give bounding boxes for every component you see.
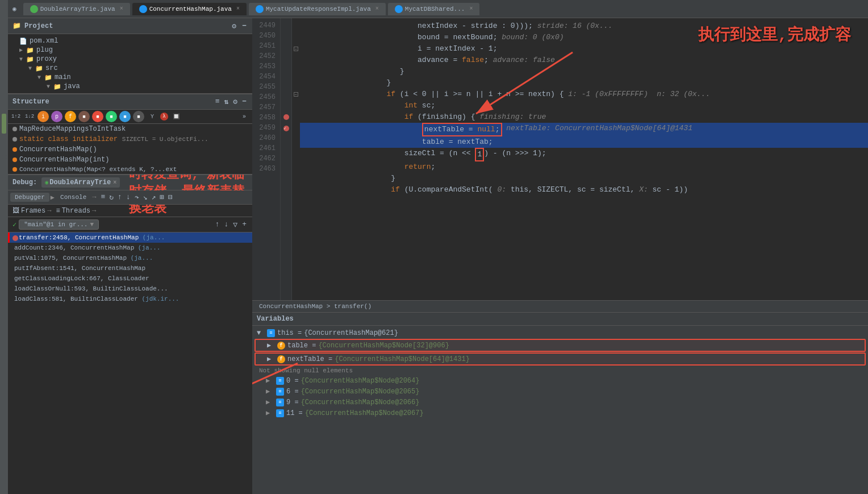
- sidebar-strip-2[interactable]: [2, 136, 6, 156]
- structure-sort2-btn[interactable]: ⇅: [223, 96, 230, 107]
- sidebar-strip-1[interactable]: [2, 114, 6, 134]
- expand-table[interactable]: ▶: [267, 341, 275, 350]
- dot-constructor1: [12, 147, 17, 152]
- sidebar-strip-3[interactable]: [2, 158, 6, 178]
- debug-btn-step-in[interactable]: ↘: [142, 192, 149, 203]
- dot-static: [12, 137, 17, 142]
- struct-btn-1[interactable]: 1↑2: [10, 111, 22, 122]
- struct-btn-lambda[interactable]: λ: [160, 113, 168, 121]
- structure-collapse-btn[interactable]: −: [241, 96, 248, 107]
- line-2449: 2449: [254, 20, 278, 31]
- struct-btn-red[interactable]: ◾: [92, 111, 103, 122]
- tree-item-plug[interactable]: ▶ 📁 plug: [8, 45, 252, 55]
- debug-btn-down[interactable]: ↓: [125, 192, 132, 203]
- debug-tab-debugger[interactable]: Debugger: [10, 193, 49, 202]
- tree-item-proxy[interactable]: ▼ 📁 proxy: [8, 55, 252, 64]
- expand-nexttable[interactable]: ▶: [267, 355, 275, 363]
- struct-btn-orange[interactable]: i: [37, 111, 49, 122]
- code-line-2454: }: [300, 77, 868, 89]
- tree-item-main[interactable]: ▼ 📁 main: [8, 73, 252, 82]
- thread-btn-up[interactable]: ↑: [214, 219, 221, 230]
- struct-btn-blue[interactable]: ◾: [119, 111, 131, 122]
- var-item-9[interactable]: ▶ ≡ 9 = {ConcurrentHashMap$Node@2066}: [254, 397, 866, 408]
- tab-close-4[interactable]: ×: [469, 6, 473, 12]
- frame-item-0[interactable]: transfer:2458, ConcurrentHashMap (ja...: [8, 233, 252, 243]
- tab-close-2[interactable]: ×: [236, 6, 240, 12]
- struct-item-static[interactable]: static class initializer SIZECTL = U.obj…: [8, 134, 252, 144]
- struct-btn-purple[interactable]: p: [51, 111, 62, 122]
- fold-marker-2[interactable]: −: [294, 92, 298, 97]
- var-item-table[interactable]: ▶ f table = {ConcurrentHashMap$Node[32]@…: [254, 339, 866, 352]
- expand-9[interactable]: ▶: [266, 398, 274, 406]
- project-collapse-btn[interactable]: −: [241, 20, 248, 32]
- expand-this[interactable]: ▼: [257, 329, 265, 337]
- thread-selector: ✓ "main"@1 in gr... ▼ ↑ ↓ ▽ +: [8, 217, 252, 233]
- var-item-this[interactable]: ▼ ≡ this = {ConcurrentHashMap@621}: [254, 328, 866, 338]
- expand-0[interactable]: ▶: [266, 376, 274, 385]
- frame-item-5[interactable]: loadClassOrNull:593, BuiltinClassLoade..…: [8, 284, 252, 294]
- struct-item-constructor3[interactable]: ConcurrentHashMap(Map<? extends K, ?...e…: [8, 165, 252, 174]
- tree-item-src[interactable]: ▼ 📁 src: [8, 64, 252, 73]
- struct-btn-2[interactable]: 1↓2: [24, 111, 35, 122]
- code-text-2455a: [307, 89, 386, 100]
- debug-icon: ◉: [45, 179, 48, 186]
- debug-btn-1[interactable]: ≡: [99, 192, 106, 203]
- tree-item-java[interactable]: ▼ 📁 java: [8, 82, 252, 91]
- var-item-11[interactable]: ▶ ≡ 11 = {ConcurrentHashMap$Node@2067}: [254, 408, 866, 418]
- debug-btn-table[interactable]: ⊞: [158, 192, 165, 203]
- struct-item-constructor1[interactable]: ConcurrentHashMap(): [8, 144, 252, 155]
- tab-bar: ◉ DoubleArrayTrie.java × ConcurrentHashM…: [8, 0, 868, 18]
- tab-mycatupdateresponse[interactable]: MycatUpdateResponseImpl.java ×: [249, 3, 386, 15]
- expand-6[interactable]: ▶: [266, 387, 274, 396]
- tab-doublearraytrie[interactable]: DoubleArrayTrie.java ×: [23, 3, 130, 15]
- project-indicator: ◉: [12, 5, 16, 13]
- struct-btn-expand[interactable]: »: [239, 111, 250, 122]
- code-kw-return: return: [404, 161, 431, 173]
- struct-btn-brown[interactable]: ◾: [78, 111, 90, 122]
- thread-btn-down[interactable]: ↓: [223, 219, 230, 230]
- frame-item-2[interactable]: putVal:1075, ConcurrentHashMap (ja...: [8, 253, 252, 263]
- project-settings-btn[interactable]: ⚙: [231, 20, 237, 32]
- debug-btn-step-out[interactable]: ↗: [150, 192, 157, 203]
- tab-mycatdbshared[interactable]: MycatDBShared... ×: [388, 3, 480, 15]
- debug-btn-up[interactable]: ↑: [116, 192, 123, 203]
- structure-settings-btn[interactable]: ⚙: [232, 96, 239, 107]
- tree-item-pomxml[interactable]: 📄 pom.xml: [8, 36, 252, 45]
- code-line-2455: if (i < 0 || i >= n || i + n >= nextn) {…: [300, 89, 868, 100]
- debug-btn-sync[interactable]: ↻: [108, 192, 115, 203]
- debug-tab-name[interactable]: ◉ DoubleArrayTrie ×: [41, 177, 120, 188]
- var-item-nexttable[interactable]: ▶ f nextTable = {ConcurrentHashMap$Node[…: [254, 352, 866, 366]
- struct-btn-yellow[interactable]: f: [65, 111, 76, 122]
- struct-btn-y[interactable]: Y: [147, 111, 158, 122]
- struct-item-constructor2[interactable]: ConcurrentHashMap(int): [8, 155, 252, 165]
- thread-btn-add[interactable]: +: [241, 219, 248, 230]
- debug-tab-close[interactable]: ×: [113, 180, 116, 186]
- structure-sort-btn[interactable]: ≡: [214, 96, 221, 107]
- frame-item-6[interactable]: loadClass:581, BuiltinClassLoader (jdk.i…: [8, 294, 252, 304]
- frame-item-3[interactable]: putIfAbsent:1541, ConcurrentHashMap: [8, 263, 252, 273]
- thread-btn-filter[interactable]: ▽: [232, 219, 239, 230]
- sidebar-strip-4[interactable]: [2, 180, 6, 200]
- debug-btn-step-over[interactable]: ↷: [133, 192, 140, 203]
- tab-close-1[interactable]: ×: [120, 6, 123, 12]
- line-2460: 2460: [254, 133, 278, 143]
- debug-btn-grid[interactable]: ⊟: [167, 192, 174, 203]
- struct-btn-dark[interactable]: ◾: [133, 111, 144, 122]
- frame-item-4[interactable]: getClassLoadingLock:667, ClassLoader: [8, 273, 252, 284]
- project-title: Project: [24, 22, 53, 30]
- var-item-6[interactable]: ▶ ≡ 6 = {ConcurrentHashMap$Node@2065}: [254, 386, 866, 397]
- fold-marker[interactable]: −: [294, 47, 298, 51]
- code-text-2463d: sc - 1)): [653, 184, 688, 196]
- expand-11[interactable]: ▶: [266, 409, 274, 417]
- dot-constructor2: [12, 157, 17, 162]
- tab-close-3[interactable]: ×: [375, 6, 379, 12]
- struct-btn-filter[interactable]: 🔲: [170, 111, 182, 122]
- tab-concurrenthashmap[interactable]: ConcurrentHashMap.java ×: [132, 3, 247, 15]
- debug-tab-console[interactable]: Console: [56, 193, 91, 202]
- var-item-0[interactable]: ▶ ≡ 0 = {ConcurrentHashMap$Node@2064}: [254, 375, 866, 386]
- struct-item-mapreduce[interactable]: MapReduceMappingsToIntTask: [8, 124, 252, 134]
- thread-dropdown[interactable]: "main"@1 in gr... ▼: [19, 219, 99, 230]
- code-content[interactable]: nextIndex - stride : 0))); stride: 16 (0…: [300, 18, 868, 300]
- struct-btn-green[interactable]: ◾: [106, 111, 117, 122]
- frame-item-1[interactable]: addCount:2346, ConcurrentHashMap (ja...: [8, 243, 252, 253]
